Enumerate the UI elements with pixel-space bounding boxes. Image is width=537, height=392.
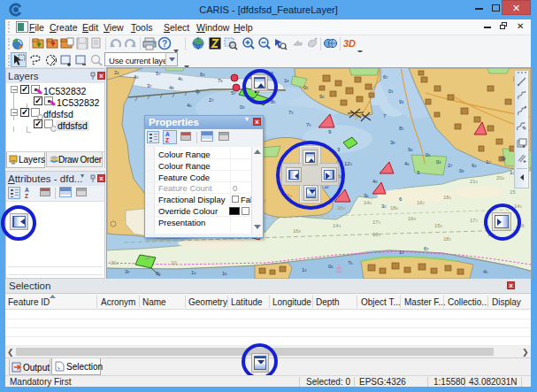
svg-text:05: 05 <box>156 271 161 276</box>
svg-text:175: 175 <box>372 219 381 225</box>
svg-text:20: 20 <box>145 255 150 260</box>
svg-text:01: 01 <box>303 85 309 90</box>
svg-text:172: 172 <box>470 218 479 223</box>
svg-text:213: 213 <box>111 260 119 265</box>
svg-text:156: 156 <box>434 223 443 228</box>
svg-text:168: 168 <box>408 216 417 221</box>
svg-text:64: 64 <box>472 163 477 168</box>
svg-text:03: 03 <box>436 159 441 165</box>
svg-text:125: 125 <box>344 161 353 166</box>
svg-text:?: ? <box>162 39 167 49</box>
svg-text:48: 48 <box>372 179 378 184</box>
svg-text:168: 168 <box>293 228 302 234</box>
svg-text:24: 24 <box>114 70 119 75</box>
svg-text:185: 185 <box>372 232 381 237</box>
svg-text:14: 14 <box>191 270 196 275</box>
svg-text:76: 76 <box>218 78 223 83</box>
svg-text:48: 48 <box>169 85 174 90</box>
svg-text:186: 186 <box>390 205 399 211</box>
svg-text:216: 216 <box>470 179 479 184</box>
svg-text:16: 16 <box>222 271 227 276</box>
svg-text:06: 06 <box>328 264 334 269</box>
svg-text:182: 182 <box>443 236 452 242</box>
svg-text:13: 13 <box>399 250 404 255</box>
svg-text:79: 79 <box>306 122 311 127</box>
svg-text:162: 162 <box>417 200 426 205</box>
svg-text:46: 46 <box>404 161 410 166</box>
svg-text:39: 39 <box>125 269 130 274</box>
svg-text:06: 06 <box>459 168 464 173</box>
svg-text:12: 12 <box>486 159 491 165</box>
svg-text:164: 164 <box>337 205 346 211</box>
svg-text:05: 05 <box>426 152 431 158</box>
svg-text:204: 204 <box>496 175 505 181</box>
svg-text:76: 76 <box>348 260 353 265</box>
svg-text:57: 57 <box>156 71 161 76</box>
svg-text:45: 45 <box>178 76 183 81</box>
svg-text:57: 57 <box>231 90 236 96</box>
svg-text:94: 94 <box>319 94 325 99</box>
svg-text:15: 15 <box>510 189 516 195</box>
svg-text:143: 143 <box>333 223 341 228</box>
svg-text:42: 42 <box>134 74 139 80</box>
svg-text:37: 37 <box>147 83 152 88</box>
svg-text:18: 18 <box>284 78 289 83</box>
svg-text:38: 38 <box>390 140 395 145</box>
svg-text:13: 13 <box>302 267 307 273</box>
svg-text:27: 27 <box>448 163 453 168</box>
svg-text:01: 01 <box>388 88 394 94</box>
svg-text:146: 146 <box>364 200 372 205</box>
svg-text:67: 67 <box>383 74 388 80</box>
svg-text:21: 21 <box>196 88 201 94</box>
svg-text:73: 73 <box>288 110 294 115</box>
svg-text:94: 94 <box>399 99 404 104</box>
svg-text:27: 27 <box>209 97 214 103</box>
svg-text:32: 32 <box>381 204 387 209</box>
svg-text:94: 94 <box>408 147 413 152</box>
svg-text:184: 184 <box>443 195 452 200</box>
svg-text:81: 81 <box>399 126 404 131</box>
svg-text:03: 03 <box>240 104 245 110</box>
svg-text:36: 36 <box>364 193 369 198</box>
svg-text:10: 10 <box>171 260 177 265</box>
svg-text:63: 63 <box>200 72 205 77</box>
svg-text:45: 45 <box>483 269 488 274</box>
svg-text:67: 67 <box>424 246 429 251</box>
svg-text:46: 46 <box>187 103 192 108</box>
svg-text:08: 08 <box>501 156 506 161</box>
